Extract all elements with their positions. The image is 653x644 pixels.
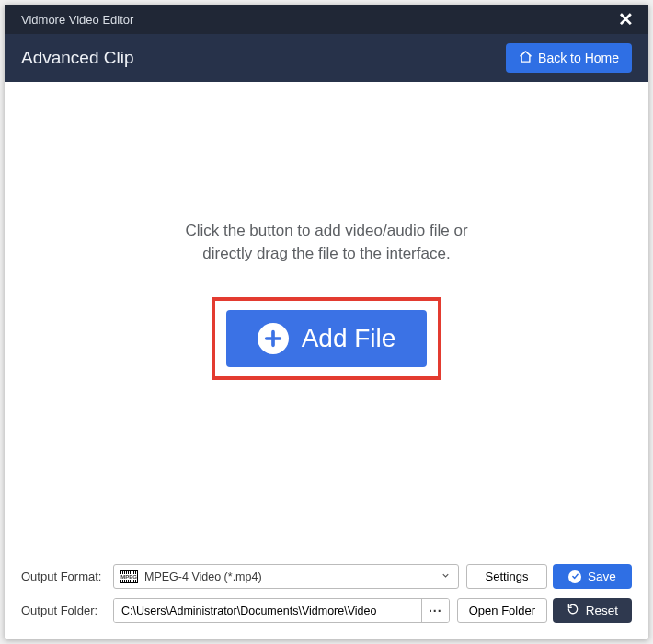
- back-to-home-label: Back to Home: [538, 51, 619, 65]
- output-format-select[interactable]: MPEG MPEG-4 Video (*.mp4): [113, 564, 459, 589]
- close-icon[interactable]: ✕: [614, 10, 637, 29]
- save-button[interactable]: Save: [553, 564, 632, 589]
- hint-line-2: directly drag the file to the interface.: [185, 243, 467, 266]
- back-to-home-button[interactable]: Back to Home: [506, 43, 632, 73]
- reset-icon: [567, 603, 579, 618]
- check-icon: [568, 570, 581, 583]
- hint-text: Click the button to add video/audio file…: [185, 220, 467, 265]
- footer: Output Format: MPEG MPEG-4 Video (*.mp4)…: [5, 555, 648, 639]
- reset-label: Reset: [586, 604, 618, 617]
- app-title: Vidmore Video Editor: [21, 13, 133, 27]
- output-folder-input[interactable]: [114, 599, 421, 622]
- action-column: Save Reset: [553, 564, 632, 623]
- add-file-button[interactable]: Add File: [226, 310, 428, 367]
- mpeg-icon: MPEG: [120, 570, 138, 583]
- app-window: Vidmore Video Editor ✕ Advanced Clip Bac…: [5, 5, 648, 639]
- output-format-value: MPEG-4 Video (*.mp4): [144, 570, 262, 583]
- browse-button[interactable]: ···: [421, 599, 449, 622]
- output-folder-row: Output Folder: ··· Open Folder: [21, 598, 547, 623]
- output-format-row: Output Format: MPEG MPEG-4 Video (*.mp4)…: [21, 564, 547, 589]
- page-title: Advanced Clip: [21, 48, 134, 68]
- chevron-down-icon: [441, 570, 451, 583]
- reset-button[interactable]: Reset: [553, 598, 632, 623]
- main-area[interactable]: Click the button to add video/audio file…: [5, 82, 648, 555]
- output-format-label: Output Format:: [21, 569, 106, 583]
- add-file-label: Add File: [302, 324, 396, 353]
- open-folder-button[interactable]: Open Folder: [457, 598, 547, 623]
- plus-icon: [258, 323, 289, 354]
- hint-line-1: Click the button to add video/audio file…: [185, 220, 467, 243]
- output-folder-label: Output Folder:: [21, 604, 106, 617]
- settings-button[interactable]: Settings: [466, 564, 547, 589]
- output-folder-field-wrap: ···: [113, 598, 450, 623]
- toolbar: Advanced Clip Back to Home: [5, 34, 648, 82]
- home-icon: [519, 50, 533, 66]
- save-label: Save: [588, 569, 616, 583]
- highlight-annotation: Add File: [212, 297, 442, 380]
- titlebar: Vidmore Video Editor ✕: [5, 5, 648, 34]
